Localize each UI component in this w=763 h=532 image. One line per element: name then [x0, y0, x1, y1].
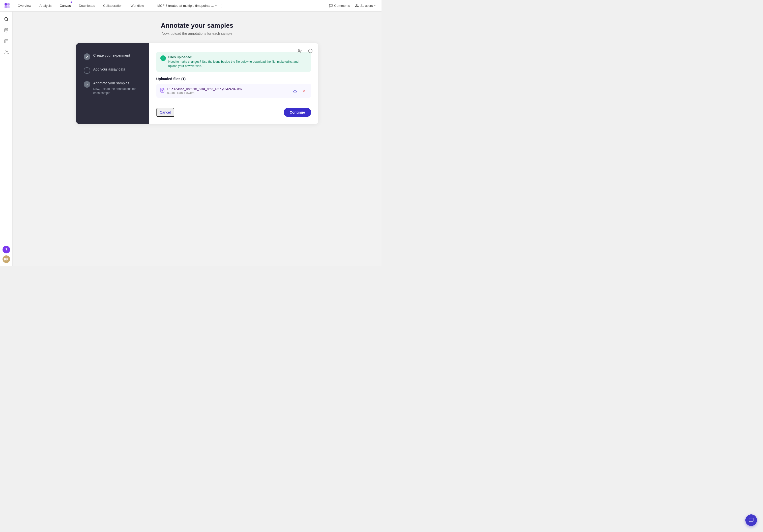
success-icon	[161, 55, 166, 61]
svg-rect-7	[5, 40, 8, 43]
right-panel-actions	[296, 47, 314, 55]
success-message: Need to make changes? Use the icons besi…	[168, 60, 307, 68]
project-title: MCF-7 treated at multiple timepoints ...	[157, 4, 214, 8]
tab-analysis[interactable]: Analysis	[35, 0, 55, 11]
sidebar-icon-data[interactable]	[2, 26, 11, 35]
success-title: Files uploaded!	[168, 55, 307, 59]
svg-point-9	[298, 49, 300, 50]
app-logo[interactable]	[3, 1, 12, 10]
step-annotate-desc: Now, upload the annotations for each sam…	[93, 87, 142, 95]
main-layout: ? RP Annotate your samples Now, upload t…	[0, 12, 382, 266]
tab-overview[interactable]: Overview	[14, 0, 35, 11]
file-name: PLX123456_sample_data_draft_DaXyUvrzUvU.…	[167, 87, 289, 91]
help-button[interactable]	[307, 47, 314, 55]
svg-rect-0	[5, 3, 7, 6]
tab-canvas[interactable]: Canvas	[56, 0, 75, 11]
comments-button[interactable]: Comments	[329, 4, 350, 8]
bottom-actions: Cancel Continue	[156, 98, 311, 117]
success-text: Files uploaded! Need to make changes? Us…	[168, 55, 307, 68]
steps-panel: Create your experiment Add your assay da…	[76, 43, 149, 124]
svg-point-5	[5, 17, 8, 20]
sidebar-bottom: ? RP	[3, 246, 10, 263]
svg-rect-1	[7, 3, 10, 6]
cancel-button[interactable]: Cancel	[156, 108, 174, 117]
project-dropdown-icon[interactable]: ▾	[215, 4, 217, 7]
svg-rect-3	[7, 6, 10, 8]
uploaded-files-label: Uploaded files (1)	[156, 77, 311, 81]
success-banner: Files uploaded! Need to make changes? Us…	[156, 51, 311, 72]
step-create-text: Create your experiment	[93, 53, 142, 58]
sidebar-icon-people[interactable]	[2, 48, 11, 57]
step-assay-label: Add your assay data	[93, 67, 142, 72]
add-user-button[interactable]	[296, 47, 304, 55]
users-button[interactable]: 21 users ▾	[353, 3, 378, 9]
tab-workflow[interactable]: Workflow	[127, 0, 148, 11]
canvas-active-dot	[70, 2, 72, 3]
file-download-button[interactable]	[291, 87, 298, 94]
svg-point-8	[5, 50, 6, 52]
file-info: PLX123456_sample_data_draft_DaXyUvrzUvU.…	[167, 87, 289, 95]
step-assay-icon	[84, 67, 90, 74]
help-badge[interactable]: ?	[3, 246, 10, 253]
file-item: PLX123456_sample_data_draft_DaXyUvrzUvU.…	[156, 84, 311, 98]
svg-point-6	[5, 29, 8, 30]
sidebar-icon-search[interactable]	[2, 15, 11, 24]
project-title-area: MCF-7 treated at multiple timepoints ...…	[157, 3, 224, 9]
tab-collaboration[interactable]: Collaboration	[99, 0, 127, 11]
step-annotate: Annotate your samples Now, upload the an…	[84, 81, 142, 95]
page-title: Annotate your samples	[161, 22, 234, 30]
step-annotate-label: Annotate your samples	[93, 81, 142, 86]
step-annotate-text: Annotate your samples Now, upload the an…	[93, 81, 142, 95]
svg-rect-2	[5, 6, 7, 8]
nav-right: Comments 21 users ▾	[329, 3, 382, 9]
file-delete-button[interactable]	[300, 87, 308, 94]
file-actions	[291, 87, 308, 94]
user-avatar[interactable]: RP	[3, 255, 10, 263]
svg-point-4	[356, 4, 357, 6]
step-annotate-icon	[84, 81, 90, 88]
nav-tabs: Overview Analysis Canvas Downloads Colla…	[14, 0, 148, 11]
step-create: Create your experiment	[84, 53, 142, 60]
content-area: Annotate your samples Now, upload the an…	[13, 12, 382, 266]
step-assay: Add your assay data	[84, 67, 142, 74]
users-chevron-icon: ▾	[374, 4, 376, 7]
right-panel: Files uploaded! Need to make changes? Us…	[149, 43, 318, 124]
continue-button[interactable]: Continue	[284, 108, 311, 117]
project-more-button[interactable]: ⋮	[218, 3, 224, 9]
file-meta: 5.3kb | Rani Powers	[167, 91, 289, 95]
card-container: Create your experiment Add your assay da…	[76, 43, 318, 124]
step-create-icon	[84, 53, 90, 60]
top-nav: Overview Analysis Canvas Downloads Colla…	[0, 0, 382, 12]
left-sidebar: ? RP	[0, 12, 13, 266]
tab-downloads[interactable]: Downloads	[75, 0, 99, 11]
sidebar-icon-chart[interactable]	[2, 37, 11, 46]
step-assay-text: Add your assay data	[93, 67, 142, 72]
page-subtitle: Now, upload the annotations for each sam…	[162, 32, 232, 36]
step-create-label: Create your experiment	[93, 53, 142, 58]
file-icon	[160, 88, 165, 94]
